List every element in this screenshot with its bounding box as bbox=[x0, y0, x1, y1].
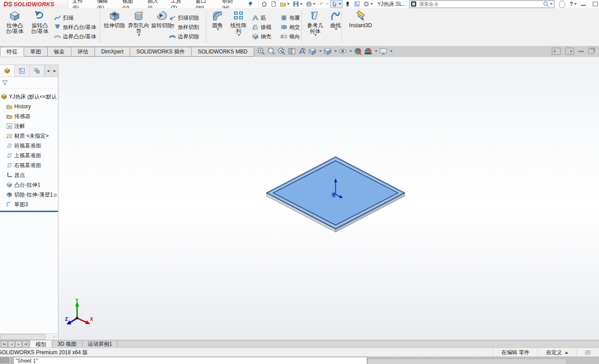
new-document-button[interactable] bbox=[269, 0, 278, 8]
save-button[interactable] bbox=[291, 0, 304, 8]
dropdown-caret-icon[interactable] bbox=[574, 3, 577, 5]
rib-button[interactable]: 筋 bbox=[250, 14, 273, 22]
tab-features[interactable]: 特征 bbox=[0, 47, 24, 57]
tree-item-front-plane[interactable]: 前视基准面 bbox=[0, 141, 58, 151]
select-tool-button[interactable] bbox=[330, 0, 343, 8]
hole-wizard-button[interactable]: 异型孔向导 bbox=[127, 10, 151, 45]
undo-button[interactable] bbox=[317, 0, 330, 8]
tree-item-boss-extrude1[interactable]: 凸台-拉伸1 bbox=[0, 180, 58, 190]
extruded-cut-button[interactable]: 拉伸切除 bbox=[103, 10, 127, 45]
tab-3d-views[interactable]: 3D 视图 bbox=[52, 340, 82, 348]
tree-item-sketch3[interactable]: 草图3 bbox=[0, 200, 58, 209]
section-view-icon[interactable] bbox=[287, 47, 296, 56]
tree-item-sensors[interactable]: 传感器 bbox=[0, 111, 58, 121]
first-tab-button[interactable] bbox=[1, 341, 8, 348]
minimize-button[interactable] bbox=[579, 1, 588, 7]
shell-button[interactable]: 抽壳 bbox=[250, 33, 273, 41]
scrollbar-thumb[interactable] bbox=[0, 334, 45, 340]
pin-icon[interactable] bbox=[247, 1, 253, 7]
tree-filter-bar[interactable] bbox=[0, 77, 58, 89]
previous-tab-button[interactable] bbox=[8, 341, 15, 348]
tab-sketch[interactable]: 草图 bbox=[24, 47, 48, 57]
tab-configurationmanager[interactable] bbox=[30, 65, 45, 77]
tab-featuremanager-tree[interactable] bbox=[0, 65, 15, 77]
extruded-boss-button[interactable]: 拉伸凸台/基体 bbox=[3, 10, 27, 45]
view-settings-icon[interactable] bbox=[379, 47, 388, 56]
apply-scene-icon[interactable] bbox=[364, 47, 373, 56]
dropdown-caret-icon[interactable] bbox=[550, 3, 553, 5]
tree-item-cut-extrude-thin1[interactable]: 切除-拉伸-薄壁1 bbox=[0, 190, 58, 200]
search-icon[interactable] bbox=[543, 1, 549, 7]
revolved-boss-button[interactable]: 旋转凸台/基体 bbox=[28, 10, 52, 45]
draft-button[interactable]: 拔模 bbox=[250, 23, 273, 32]
dropdown-caret-icon[interactable] bbox=[319, 50, 322, 52]
dropdown-caret-icon[interactable] bbox=[349, 50, 352, 52]
instant3d-toggle[interactable]: Instant3D bbox=[344, 10, 377, 45]
dropdown-caret-icon[interactable] bbox=[217, 29, 219, 30]
tree-item-root[interactable]: YJ热床 (默认<<默认 bbox=[0, 92, 58, 102]
dropdown-caret-icon[interactable] bbox=[334, 50, 337, 52]
zoom-to-fit-icon[interactable] bbox=[257, 47, 266, 56]
options-button[interactable] bbox=[353, 0, 361, 8]
dropdown-caret-icon[interactable] bbox=[314, 34, 317, 36]
boundary-cut-button[interactable]: 边界切除 bbox=[168, 33, 201, 41]
tab-model[interactable]: 模型 bbox=[30, 340, 52, 348]
status-appearance-segment[interactable] bbox=[576, 348, 599, 357]
linear-pattern-button[interactable]: 线性阵列 bbox=[227, 10, 250, 45]
tree-item-right-plane[interactable]: 右视基准面 bbox=[0, 160, 58, 170]
view-orientation-icon[interactable] bbox=[308, 47, 317, 56]
wrap-button[interactable]: 包覆 bbox=[279, 14, 301, 22]
tree-item-history[interactable]: History bbox=[0, 102, 58, 111]
dropdown-caret-icon[interactable] bbox=[339, 3, 341, 5]
lofted-boss-button[interactable]: 放样凸台/基体 bbox=[53, 23, 98, 32]
tab-solidworks-mbd[interactable]: SOLIDWORKS MBD bbox=[191, 47, 254, 57]
gear-settings-button[interactable] bbox=[362, 0, 374, 8]
edit-appearance-icon[interactable] bbox=[353, 47, 362, 56]
dropdown-caret-icon[interactable] bbox=[335, 29, 337, 30]
hide-show-items-icon[interactable] bbox=[338, 47, 347, 56]
restore-button[interactable] bbox=[591, 1, 599, 7]
dropdown-caret-icon[interactable] bbox=[390, 50, 393, 52]
panel-scroll-right-button[interactable]: ► bbox=[51, 65, 58, 77]
document-restore-button[interactable] bbox=[588, 49, 594, 54]
print-button[interactable] bbox=[304, 0, 317, 8]
boundary-boss-button[interactable]: 边界凸台/基体 bbox=[53, 33, 98, 41]
scrollbar-dot[interactable] bbox=[53, 193, 57, 197]
dropdown-caret-icon[interactable] bbox=[375, 50, 377, 52]
dropdown-caret-icon[interactable] bbox=[313, 3, 316, 5]
rollback-bar[interactable] bbox=[0, 211, 58, 212]
tab-dimxpert[interactable]: DimXpert bbox=[94, 47, 130, 57]
tree-item-annotations[interactable]: A 注解 bbox=[0, 121, 58, 131]
reference-geometry-button[interactable]: 参考几何体 bbox=[304, 10, 327, 45]
swept-cut-button[interactable]: 扫描切除 bbox=[168, 14, 201, 22]
annotation-views-icon[interactable] bbox=[298, 47, 307, 56]
swept-boss-button[interactable]: 扫描 bbox=[53, 14, 98, 22]
document-minimize-button[interactable] bbox=[578, 51, 584, 52]
next-pane-button[interactable] bbox=[565, 48, 574, 55]
scroll-right-button[interactable]: › bbox=[51, 334, 57, 339]
dropdown-caret-icon[interactable] bbox=[238, 34, 240, 36]
tab-evaluate[interactable]: 评估 bbox=[71, 47, 95, 57]
tab-solidworks-addins[interactable]: SOLIDWORKS 插件 bbox=[130, 47, 192, 57]
last-tab-button[interactable] bbox=[22, 341, 29, 348]
tab-motion-study1[interactable]: 运动算例1 bbox=[82, 340, 118, 348]
curves-button[interactable]: 曲线 bbox=[327, 10, 345, 45]
previous-pane-button[interactable] bbox=[552, 48, 561, 55]
zoom-to-area-icon[interactable] bbox=[267, 47, 276, 56]
tree-item-origin[interactable]: 原点 bbox=[0, 170, 58, 180]
intersect-button[interactable]: 相交 bbox=[279, 23, 301, 32]
tab-sheet-metal[interactable]: 钣金 bbox=[47, 47, 71, 57]
tree-item-material[interactable]: 材质 <未指定> bbox=[0, 131, 58, 141]
open-document-button[interactable] bbox=[279, 0, 291, 8]
home-button[interactable] bbox=[260, 0, 269, 8]
mirror-button[interactable]: 镜向 bbox=[279, 33, 301, 41]
dropdown-caret-icon[interactable] bbox=[287, 3, 290, 5]
dropdown-caret-icon[interactable] bbox=[138, 34, 140, 36]
tab-propertymanager[interactable] bbox=[15, 65, 29, 77]
previous-view-icon[interactable] bbox=[277, 47, 286, 56]
graphics-viewport[interactable]: Y X Z bbox=[0, 57, 599, 340]
dropdown-caret-icon[interactable] bbox=[300, 3, 303, 5]
help-icon[interactable]: ? bbox=[570, 1, 573, 7]
lofted-cut-button[interactable]: 放样切割 bbox=[168, 23, 201, 32]
dropdown-caret-icon[interactable] bbox=[326, 3, 328, 5]
